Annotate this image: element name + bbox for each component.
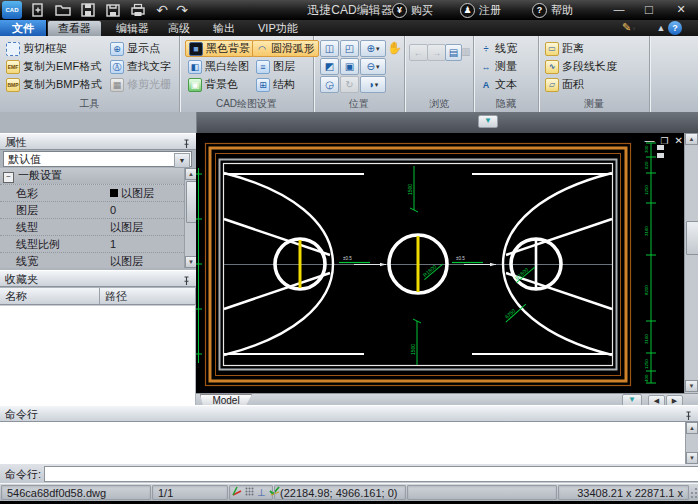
command-input[interactable] <box>44 466 698 482</box>
zoom-extents-icon[interactable]: ▣ <box>340 58 359 75</box>
buy-button[interactable]: ¥ 购买 <box>392 0 433 20</box>
structure-button[interactable]: ⊞ 结构 <box>256 77 295 92</box>
text-toggle-button[interactable]: A 文本 <box>480 77 517 92</box>
menu-tab-vip[interactable]: VIP功能 <box>248 21 308 36</box>
menu-tab-output[interactable]: 输出 <box>203 21 245 36</box>
scroll-thumb[interactable] <box>686 221 698 255</box>
stack-windows-icon[interactable]: ◫ <box>320 40 339 57</box>
canvas-vscrollbar[interactable]: ▲ ▼ <box>684 133 698 393</box>
open-file-button[interactable] <box>53 2 73 18</box>
find-text-icon: Ⓐ <box>110 60 124 74</box>
favorites-col-name[interactable]: 名称 <box>0 288 100 305</box>
copy-bmp-button[interactable]: BMP 复制为BMP格式 <box>6 77 102 92</box>
black-background-toggle[interactable]: ■ 黑色背景 <box>185 40 254 57</box>
user-icon: ♟ <box>460 3 475 18</box>
status-coordinates: (22184.98; 4966.161; 0) <box>274 485 406 500</box>
scroll-down-icon[interactable]: ▼ <box>686 452 698 464</box>
close-button[interactable]: ✕ <box>668 0 694 20</box>
maximize-button[interactable]: □ <box>636 0 662 20</box>
property-row-color[interactable]: 色彩 以图层 <box>0 185 184 202</box>
area-icon: ▱ <box>545 78 559 92</box>
chain-dim: 1250 <box>644 185 649 195</box>
collapse-ribbon-icon[interactable]: ▲ <box>654 21 668 35</box>
bmp-icon: BMP <box>6 78 20 92</box>
command-history[interactable]: ▲ ▼ <box>0 422 698 465</box>
resize-grip[interactable] <box>689 487 698 501</box>
bw-drawing-button[interactable]: ◧ 黑白绘图 <box>188 59 249 74</box>
chain-dim: 400 <box>644 374 649 382</box>
undo-button[interactable]: ↶ <box>152 2 172 18</box>
zoom-out-icon[interactable]: ⊖▾ <box>360 58 386 75</box>
grid-toggle-icon[interactable] <box>245 485 254 500</box>
zoom-in-icon[interactable]: ⊕▾ <box>360 40 386 57</box>
distance-button[interactable]: ▭ 距离 <box>545 41 584 56</box>
quick-help-icon[interactable]: ? <box>668 21 682 35</box>
area-button[interactable]: ▱ 面积 <box>545 77 584 92</box>
scroll-up-icon[interactable]: ▲ <box>686 422 698 434</box>
status-spacer <box>407 485 557 500</box>
trim-raster-button: ▦ 修剪光栅 <box>110 77 171 92</box>
help-button[interactable]: ? 帮助 <box>532 0 573 20</box>
redo-button[interactable]: ↷ <box>172 2 192 18</box>
mdi-minimize-icon[interactable]: — <box>645 135 655 146</box>
register-button[interactable]: ♟ 注册 <box>460 0 501 20</box>
ucs-icon[interactable] <box>232 485 242 500</box>
find-text-button[interactable]: Ⓐ 查找文字 <box>110 59 171 74</box>
new-file-button[interactable] <box>28 2 48 18</box>
cut-frame-button[interactable]: 剪切框架 <box>6 41 67 56</box>
ribbon-group-hide: ÷ 线宽 ↔ 测量 A 文本 隐藏 <box>474 36 539 112</box>
menu-tab-editor[interactable]: 编辑器 <box>106 21 159 36</box>
ribbon-group-cad-draw: ■ 黑色背景 ◧ 黑白绘图 ▣ 背景色 ◠ 圆滑弧形 ≡ 图层 ⊞ 结构 CAD… <box>180 36 314 112</box>
menu-tab-advanced[interactable]: 高级 <box>158 21 200 36</box>
save-button[interactable] <box>78 2 98 18</box>
annotate-pencil-icon[interactable]: ✎▾ <box>622 21 650 35</box>
pan-icon[interactable]: ✋ <box>386 40 403 55</box>
measure-toggle-button[interactable]: ↔ 测量 <box>480 59 517 74</box>
command-scrollbar[interactable]: ▲ ▼ <box>685 422 698 464</box>
background-color-button[interactable]: ▣ 背景色 <box>188 77 238 92</box>
measure-icon: ↔ <box>480 61 492 73</box>
smooth-arc-toggle[interactable]: ◠ 圆滑弧形 <box>252 40 319 57</box>
scroll-up-icon[interactable]: ▲ <box>685 133 698 145</box>
view-3d-icon[interactable]: ◶ <box>320 76 339 93</box>
command-panel-header: 命令行 <box>0 405 698 422</box>
mdi-close-icon[interactable]: ✕ <box>675 135 683 146</box>
status-sheet: 1/1 <box>152 485 228 500</box>
minimize-button[interactable]: — <box>606 0 632 20</box>
group-label-hide: 隐藏 <box>474 97 538 111</box>
property-row-lineweight[interactable]: 线宽以图层 <box>0 253 184 270</box>
collapse-icon[interactable]: − <box>3 172 14 183</box>
favorites-list[interactable] <box>0 306 195 405</box>
layers-button[interactable]: ≡ 图层 <box>256 59 295 74</box>
back-icon: ← <box>409 44 428 61</box>
drawing-canvas[interactable]: 1500 1500 ±0.5 ±0.5 R1800 R1800 6750 <box>196 133 684 393</box>
polyline-length-button[interactable]: ∿ 多段线长度 <box>545 59 617 74</box>
mdi-restore-icon[interactable]: ❐ <box>661 136 669 146</box>
print-button[interactable] <box>128 2 148 18</box>
render-mode-icon[interactable]: ◑▾ <box>360 76 386 93</box>
scroll-down-icon[interactable]: ▼ <box>685 380 698 392</box>
window-list-dropdown-icon[interactable]: ▼ <box>478 115 498 128</box>
properties-preset-select[interactable]: 默认值 ▼ <box>3 151 192 167</box>
save-as-button[interactable] <box>103 2 123 18</box>
chain-dim: 8200 <box>644 285 649 295</box>
forward-icon: → <box>427 44 446 61</box>
property-row-ltscale[interactable]: 线型比例1 <box>0 236 184 253</box>
copy-emf-button[interactable]: EMF 复制为EMF格式 <box>6 59 101 74</box>
group-label-position: 位置 <box>314 97 404 111</box>
menu-file[interactable]: 文件 <box>0 20 47 36</box>
copy-view-icon[interactable]: ◩ <box>320 58 339 75</box>
polyline-length-icon: ∿ <box>545 60 559 74</box>
chevron-down-icon[interactable]: ▼ <box>174 153 190 168</box>
zoom-window-icon[interactable]: ◰ <box>340 40 359 57</box>
favorites-col-path[interactable]: 路径 <box>100 288 196 305</box>
line-width-button[interactable]: ÷ 线宽 <box>480 41 517 56</box>
show-points-button[interactable]: ⊕ 显示点 <box>110 41 160 56</box>
property-row-linetype[interactable]: 线型以图层 <box>0 219 184 236</box>
property-row-layer[interactable]: 图层0 <box>0 202 184 219</box>
color-swatch: 以图层 <box>110 185 154 201</box>
ortho-toggle-icon[interactable]: ⊥ <box>257 485 266 500</box>
menu-tab-viewer[interactable]: 查看器 <box>48 21 101 36</box>
properties-group-row[interactable]: −一般设置 <box>0 168 184 185</box>
ribbon-group-position: ◫ ◰ ⊕▾ ✋ ◩ ▣ ⊖▾ ◶ ↻ ◑▾ 位置 <box>314 36 405 112</box>
